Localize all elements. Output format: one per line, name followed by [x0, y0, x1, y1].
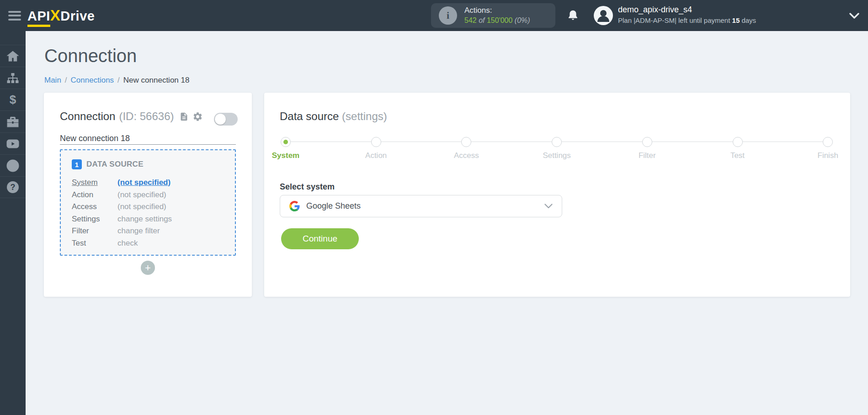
step-label: Settings	[543, 151, 570, 160]
user-name: demo_apix-drive_s4	[618, 5, 756, 15]
connection-card-title: Connection	[60, 110, 115, 123]
connection-name: New connection 18	[60, 134, 130, 143]
system-select-dropdown[interactable]: Google Sheets	[280, 195, 562, 217]
select-system-label: Select system	[280, 182, 335, 192]
video-icon	[6, 139, 19, 149]
step-filter: Filter	[613, 137, 682, 160]
step-circle-icon[interactable]	[281, 137, 291, 147]
home-icon	[7, 51, 19, 62]
step-access: Access	[432, 137, 501, 160]
row-value[interactable]: (not specified)	[117, 177, 170, 189]
page-title: Connection	[44, 46, 137, 66]
info-icon: i	[439, 6, 457, 25]
user-menu-chevron-down-icon[interactable]	[849, 13, 859, 19]
topbar: APIXDrive i Actions: 542 of 150'000 (0%)…	[0, 0, 868, 31]
step-circle-icon[interactable]	[461, 137, 471, 147]
row-label: Test	[72, 237, 117, 250]
data-source-box-title: DATA SOURCE	[86, 160, 144, 169]
actions-usage: 542 of 150'000 (0%)	[464, 16, 530, 26]
sitemap-icon	[7, 73, 19, 84]
sidebar-item-help[interactable]: ?	[0, 176, 26, 198]
divider	[60, 144, 236, 145]
connection-summary-card: Connection (ID: 56636) New connection 18…	[44, 93, 252, 297]
data-source-row-filter: Filterchange filter	[72, 225, 224, 237]
sidebar-item-home[interactable]	[0, 45, 26, 67]
row-value: check	[117, 237, 138, 250]
actions-percent: (0%)	[515, 16, 530, 24]
step-label: Filter	[639, 151, 656, 160]
data-source-row-test: Testcheck	[72, 237, 224, 250]
data-source-row-settings: Settingschange settings	[72, 213, 224, 226]
breadcrumb-separator: /	[65, 76, 67, 84]
sidebar-item-account[interactable]	[0, 154, 26, 176]
step-label: Test	[730, 151, 745, 160]
user-icon	[6, 159, 19, 172]
actions-counter[interactable]: i Actions: 542 of 150'000 (0%)	[431, 3, 555, 28]
data-source-rows: System(not specified)Action(not specifie…	[72, 177, 224, 249]
step-circle-icon[interactable]	[371, 137, 381, 147]
sidebar-item-video[interactable]	[0, 132, 26, 154]
step-circle-icon[interactable]	[642, 137, 652, 147]
stepper: SystemActionAccessSettingsFilterTestFini…	[264, 93, 850, 166]
data-source-settings-card: Data source (settings) SystemActionAcces…	[264, 93, 850, 297]
active-step-dot	[283, 140, 288, 144]
help-icon: ?	[7, 181, 19, 193]
breadcrumb-current: New connection 18	[123, 76, 190, 84]
dropdown-chevron-down-icon	[544, 204, 553, 209]
step-number-badge: 1	[72, 159, 82, 169]
breadcrumb: Main/Connections/New connection 18	[44, 76, 189, 85]
connection-card-header: Connection (ID: 56636)	[60, 110, 203, 123]
logo-part-x: X	[50, 7, 61, 24]
step-circle-icon[interactable]	[552, 137, 562, 147]
logo-part-api: API	[27, 9, 50, 27]
step-circle-icon[interactable]	[823, 137, 833, 147]
sidebar-items: $ ?	[0, 45, 26, 198]
step-test: Test	[703, 137, 772, 160]
row-value: change settings	[117, 213, 172, 226]
app-logo[interactable]: APIXDrive	[27, 7, 95, 24]
dollar-icon: $	[10, 93, 16, 107]
step-system: System	[251, 137, 320, 160]
row-label[interactable]: System	[72, 177, 117, 189]
data-source-box-header: 1 DATA SOURCE	[72, 159, 224, 169]
document-icon[interactable]	[179, 111, 189, 122]
toggle-knob	[215, 114, 226, 125]
breadcrumb-main[interactable]: Main	[44, 76, 61, 84]
plan-days-suffix: days	[740, 16, 756, 24]
actions-total: 150'000	[487, 16, 512, 24]
hamburger-menu-icon[interactable]	[8, 11, 21, 21]
notifications-bell-icon[interactable]	[567, 9, 579, 22]
data-source-row-access: Access(not specified)	[72, 201, 224, 213]
row-value: change filter	[117, 225, 160, 237]
step-settings: Settings	[522, 137, 591, 160]
connection-enable-toggle[interactable]	[214, 113, 238, 126]
user-avatar[interactable]	[593, 5, 613, 26]
add-step-button[interactable]: +	[141, 261, 155, 275]
gear-icon[interactable]	[192, 111, 203, 122]
sidebar-item-services[interactable]	[0, 110, 26, 132]
step-label: Action	[365, 151, 387, 160]
data-source-step-box[interactable]: 1 DATA SOURCE System(not specified)Actio…	[60, 149, 236, 256]
sidebar-item-connections[interactable]	[0, 67, 26, 89]
sidebar-item-billing[interactable]: $	[0, 89, 26, 110]
row-value: (not specified)	[117, 189, 166, 201]
step-label: System	[272, 151, 299, 160]
step-circle-icon[interactable]	[733, 137, 743, 147]
row-label: Filter	[72, 225, 117, 237]
plan-days: 15	[732, 16, 740, 24]
step-label: Access	[454, 151, 479, 160]
actions-used: 542	[464, 16, 477, 24]
step-label: Finish	[818, 151, 838, 160]
breadcrumb-separator: /	[117, 76, 120, 84]
continue-button[interactable]: Continue	[281, 228, 359, 249]
user-plan: Plan |ADM-AP-SM| left until payment 15 d…	[618, 16, 756, 24]
row-label: Action	[72, 189, 117, 201]
connection-id: (ID: 56636)	[119, 110, 174, 123]
breadcrumb-connections[interactable]: Connections	[71, 76, 114, 84]
google-logo-icon	[289, 201, 300, 211]
logo-part-drive: Drive	[60, 9, 95, 23]
actions-text: Actions: 542 of 150'000 (0%)	[464, 5, 530, 26]
selected-system-value: Google Sheets	[306, 201, 361, 211]
data-source-row-system: System(not specified)	[72, 177, 224, 189]
user-menu[interactable]: demo_apix-drive_s4 Plan |ADM-AP-SM| left…	[618, 5, 756, 24]
